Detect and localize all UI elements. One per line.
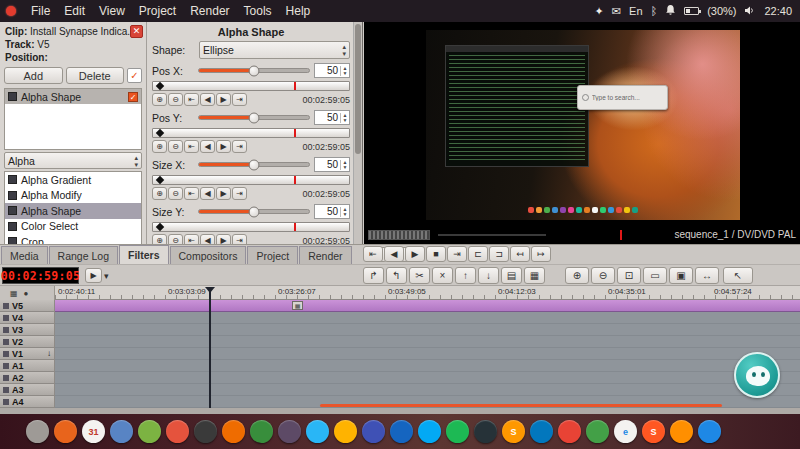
dock-icon-sublime[interactable]: S [502, 420, 525, 443]
tab-render[interactable]: Render [299, 246, 351, 264]
overwrite-button[interactable]: ↓ [478, 267, 499, 284]
delete-filter-button[interactable]: Delete [66, 67, 125, 84]
dock-icon-blue-app[interactable] [698, 420, 721, 443]
timeline-lanes[interactable]: ▦ [55, 300, 800, 408]
zoom-out-button[interactable]: ⊖ [591, 267, 615, 284]
battery-icon[interactable] [684, 7, 699, 15]
menu-file[interactable]: File [24, 0, 57, 22]
size-x-slider[interactable] [198, 162, 310, 167]
menu-tools[interactable]: Tools [237, 0, 279, 22]
delete-keyframe-button[interactable]: ⊖ [168, 93, 183, 106]
to-mark-out-button[interactable]: ↦ [531, 246, 551, 262]
slider-handle[interactable] [249, 65, 260, 76]
add-keyframe-button[interactable]: ⊕ [152, 93, 167, 106]
filter-option[interactable]: Alpha Gradient [5, 172, 141, 188]
filter-option-selected[interactable]: Alpha Shape [5, 203, 141, 219]
filter-option[interactable]: Alpha Modify [5, 188, 141, 204]
spinner-arrows-icon[interactable]: ▲▼ [340, 113, 349, 123]
dock-icon-files[interactable] [26, 420, 49, 443]
pos-x-keyframe-strip[interactable] [152, 81, 350, 91]
timeline-play-button[interactable]: ▶ [85, 268, 102, 283]
dock-icon-telegram[interactable] [306, 420, 329, 443]
track-head-v5[interactable]: V5 [0, 300, 55, 312]
move-tool-button[interactable]: ↔ [695, 267, 719, 284]
position-playhead[interactable] [620, 230, 622, 240]
add-keyframe-button[interactable]: ⊕ [152, 140, 167, 153]
dock-icon-ubuntu-software[interactable] [222, 420, 245, 443]
dock-icon-package[interactable] [250, 420, 273, 443]
lift-button[interactable]: ↑ [455, 267, 476, 284]
first-keyframe-button[interactable]: ⇤ [184, 187, 199, 200]
filter-option[interactable]: Color Select [5, 219, 141, 235]
timeline-playhead[interactable] [209, 287, 211, 408]
prev-keyframe-button[interactable]: ◀ [200, 187, 215, 200]
tab-range-log[interactable]: Range Log [49, 246, 118, 264]
pos-x-spinner[interactable]: 50▲▼ [314, 63, 350, 78]
cut-button[interactable]: ✂ [409, 267, 430, 284]
pos-x-slider[interactable] [198, 68, 310, 73]
lane-a1[interactable] [55, 360, 800, 372]
shape-select[interactable]: Ellipse ▴▾ [199, 41, 350, 59]
delete-keyframe-button[interactable]: ⊖ [168, 140, 183, 153]
menu-render[interactable]: Render [183, 0, 236, 22]
monitor-scrollbar[interactable] [368, 230, 430, 240]
zoom-in-button[interactable]: ⊕ [565, 267, 589, 284]
next-keyframe-button[interactable]: ▶ [216, 93, 231, 106]
dock-icon-calendar[interactable]: 31 [82, 420, 105, 443]
to-mark-in-button[interactable]: ↤ [510, 246, 530, 262]
menu-edit[interactable]: Edit [57, 0, 92, 22]
track-head-v4[interactable]: V4 [0, 312, 55, 324]
zoom-fit-button[interactable]: ⊡ [617, 267, 641, 284]
lane-v4[interactable] [55, 312, 800, 324]
mark-out-button[interactable]: ⊐ [489, 246, 509, 262]
dock-icon-editor[interactable] [110, 420, 133, 443]
filter-active-checkbox[interactable]: ✓ [128, 92, 138, 102]
dock-icon-vlc[interactable] [670, 420, 693, 443]
close-filter-editor-button[interactable]: ✕ [130, 25, 143, 38]
scrollbar-thumb[interactable] [355, 24, 361, 154]
next-keyframe-button[interactable]: ▶ [216, 187, 231, 200]
size-y-slider[interactable] [198, 209, 310, 214]
dock-icon-recorder[interactable] [166, 420, 189, 443]
tab-filters[interactable]: Filters [119, 245, 169, 264]
menu-view[interactable]: View [92, 0, 132, 22]
dock-icon-skype[interactable] [418, 420, 441, 443]
spinner-arrows-icon[interactable]: ▲▼ [340, 207, 349, 217]
go-end-button[interactable]: ⇥ [447, 246, 467, 262]
messages-icon[interactable]: ✉ [612, 5, 621, 18]
spinner-arrows-icon[interactable]: ▲▼ [340, 66, 349, 76]
last-keyframe-button[interactable]: ⇥ [232, 187, 247, 200]
track-head-a1[interactable]: A1 [0, 360, 55, 372]
pos-y-slider[interactable] [198, 115, 310, 120]
lane-a3[interactable] [55, 384, 800, 396]
editor-scrollbar[interactable] [353, 22, 362, 244]
pointer-tool-button[interactable]: ↖ [723, 267, 753, 284]
first-keyframe-button[interactable]: ⇤ [184, 93, 199, 106]
dock-icon-notes[interactable] [138, 420, 161, 443]
delete-keyframe-button[interactable]: ⊖ [168, 187, 183, 200]
tab-media[interactable]: Media [1, 246, 48, 264]
track-head-v3[interactable]: V3 [0, 324, 55, 336]
track-head-a4[interactable]: A4 [0, 396, 55, 408]
last-keyframe-button[interactable]: ⇥ [232, 93, 247, 106]
prev-keyframe-button[interactable]: ◀ [200, 140, 215, 153]
spinner-arrows-icon[interactable]: ▲▼ [340, 160, 349, 170]
size-y-keyframe-strip[interactable] [152, 222, 350, 232]
lane-v2[interactable] [55, 336, 800, 348]
dock-icon-vscode[interactable] [530, 420, 553, 443]
dock-icon-settings[interactable] [278, 420, 301, 443]
tab-compositors[interactable]: Compositors [170, 246, 247, 264]
trim-button[interactable]: ▦ [524, 267, 545, 284]
box-tool-button[interactable]: ▭ [643, 267, 667, 284]
menu-project[interactable]: Project [132, 0, 183, 22]
size-y-spinner[interactable]: 50▲▼ [314, 204, 350, 219]
go-start-button[interactable]: ⇤ [363, 246, 383, 262]
pos-y-keyframe-strip[interactable] [152, 128, 350, 138]
range-overwrite-button[interactable]: ▤ [501, 267, 522, 284]
volume-icon[interactable] [744, 5, 756, 18]
first-keyframe-button[interactable]: ⇤ [184, 140, 199, 153]
keyframe-diamond-icon[interactable] [156, 82, 164, 90]
keyboard-layout-indicator[interactable]: En [629, 5, 642, 17]
dock-icon-terminal[interactable] [194, 420, 217, 443]
slider-handle[interactable] [249, 112, 260, 123]
